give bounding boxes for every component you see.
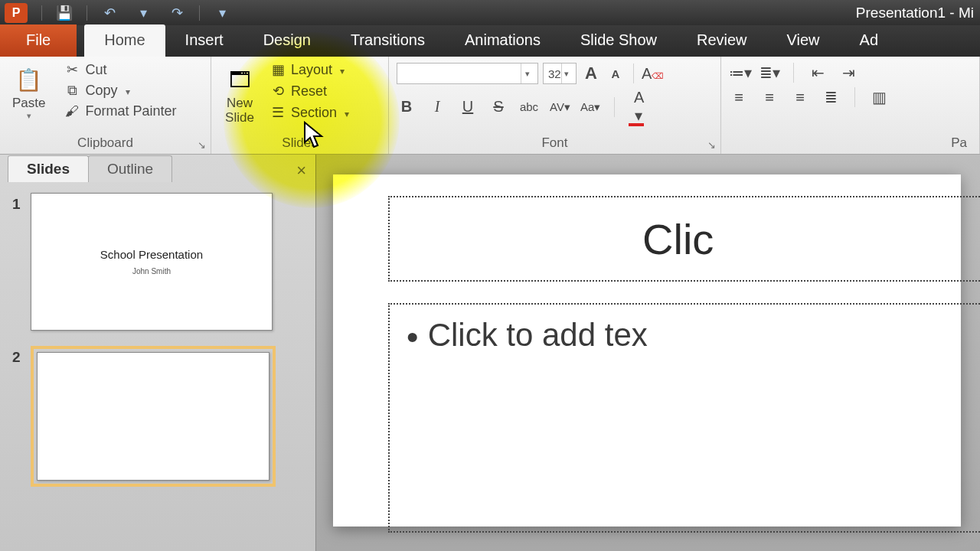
shrink-font-icon[interactable]: A <box>606 67 626 80</box>
group-clipboard: 📋 Paste ▾ ✂ Cut ⧉ Copy <box>0 57 211 154</box>
numbering-button[interactable]: ≣▾ <box>760 64 779 82</box>
undo-icon[interactable]: ↶ <box>98 5 121 21</box>
format-painter-label: Format Painter <box>85 103 176 119</box>
content-placeholder[interactable]: Click to add tex <box>388 303 980 533</box>
thumb-title: School Presentation <box>100 248 203 261</box>
thumbnail-list: 1 School Presentation John Smith 2 <box>0 182 315 510</box>
tab-view[interactable]: View <box>767 24 840 57</box>
separator <box>614 97 615 117</box>
tab-home[interactable]: Home <box>84 24 165 57</box>
thumb-number: 2 <box>12 346 31 366</box>
separator <box>793 63 794 83</box>
increase-indent-button[interactable]: ⇥ <box>838 64 858 82</box>
char-spacing-button[interactable]: AV▾ <box>550 100 570 114</box>
tab-design[interactable]: Design <box>243 24 331 57</box>
new-slide-icon: 🗔 <box>224 63 256 96</box>
slide-canvas[interactable]: Clic Click to add tex <box>316 155 980 551</box>
app-orb-icon[interactable]: P <box>5 3 28 23</box>
redo-icon[interactable]: ↷ <box>165 5 188 21</box>
chevron-down-icon[interactable]: ▾ <box>521 64 533 83</box>
panel-tab-slides[interactable]: Slides <box>8 155 89 182</box>
tab-review[interactable]: Review <box>677 24 767 57</box>
clipboard-launcher-icon[interactable]: ↘ <box>198 139 206 151</box>
font-launcher-icon[interactable]: ↘ <box>707 139 716 151</box>
decrease-indent-button[interactable]: ⇤ <box>808 64 828 82</box>
font-family-combo[interactable]: ▾ <box>397 63 538 84</box>
align-left-button[interactable]: ≡ <box>729 89 749 106</box>
body-placeholder-text: Click to add tex <box>407 317 648 353</box>
layout-button[interactable]: ▦ Layout <box>266 60 352 80</box>
panel-tab-outline[interactable]: Outline <box>88 155 172 182</box>
font-size-combo[interactable]: 32 ▾ <box>543 63 577 84</box>
qat-customize-icon[interactable]: ▾ <box>211 5 234 21</box>
grow-font-icon[interactable]: A <box>581 64 601 83</box>
new-slide-button[interactable]: 🗔 New Slide <box>219 60 260 128</box>
ribbon: 📋 Paste ▾ ✂ Cut ⧉ Copy <box>0 57 980 155</box>
qat-separator <box>41 5 42 21</box>
tab-addins[interactable]: Ad <box>840 24 898 57</box>
copy-dropdown-icon[interactable] <box>122 83 130 99</box>
reset-button[interactable]: ⟲ Reset <box>266 81 352 101</box>
thumbnail-2[interactable]: 2 <box>12 346 308 487</box>
ribbon-tabs: File Home Insert Design Transitions Anim… <box>0 25 980 57</box>
section-label: Section <box>291 105 337 121</box>
current-slide[interactable]: Clic Click to add tex <box>333 174 961 527</box>
reset-icon: ⟲ <box>270 83 286 99</box>
thumbnail-1[interactable]: 1 School Presentation John Smith <box>12 193 308 331</box>
clear-format-icon[interactable]: A⌫ <box>642 65 662 83</box>
bold-button[interactable]: B <box>397 98 416 116</box>
align-center-button[interactable]: ≡ <box>760 89 779 106</box>
copy-button[interactable]: ⧉ Copy <box>60 81 179 100</box>
new-slide-label: New Slide <box>225 96 254 125</box>
text-shadow-button[interactable]: abc <box>519 100 539 113</box>
paste-label: Paste <box>12 96 45 111</box>
change-case-button[interactable]: Aa▾ <box>580 100 600 114</box>
group-paragraph: ≔▾ ≣▾ ⇤ ⇥ ≡ ≡ ≡ ≣ ▥ Pa <box>721 57 980 154</box>
cut-button[interactable]: ✂ Cut <box>60 60 179 80</box>
group-font: ▾ 32 ▾ A A A⌫ B I U <box>389 57 721 154</box>
paste-button[interactable]: 📋 Paste ▾ <box>8 60 50 124</box>
tab-transitions[interactable]: Transitions <box>331 24 445 57</box>
section-icon: ☰ <box>270 104 286 121</box>
quick-access-toolbar: 💾 ↶ ▾ ↷ ▾ <box>41 5 234 21</box>
powerpoint-window: P 💾 ↶ ▾ ↷ ▾ Presentation1 - Mi File Home… <box>0 0 980 551</box>
font-size-value: 32 <box>548 67 561 80</box>
clipboard-icon: 📋 <box>13 63 45 96</box>
qat-separator <box>87 5 87 21</box>
group-label-font: Font ↘ <box>397 135 713 152</box>
scissors-icon: ✂ <box>64 61 80 78</box>
cut-label: Cut <box>85 62 106 78</box>
layout-dropdown-icon[interactable] <box>337 62 345 78</box>
group-label-clipboard: Clipboard ↘ <box>8 135 203 152</box>
tab-insert[interactable]: Insert <box>165 24 243 57</box>
strike-button[interactable]: S <box>488 98 508 116</box>
title-bar: P 💾 ↶ ▾ ↷ ▾ Presentation1 - Mi <box>0 0 980 25</box>
justify-button[interactable]: ≣ <box>821 88 841 106</box>
font-color-button[interactable]: A ▾ <box>629 89 648 125</box>
tab-animations[interactable]: Animations <box>445 24 560 57</box>
thumb-number: 1 <box>12 193 31 213</box>
italic-button[interactable]: I <box>427 98 447 116</box>
save-icon[interactable]: 💾 <box>53 5 76 21</box>
tab-slideshow[interactable]: Slide Show <box>560 24 677 57</box>
align-right-button[interactable]: ≡ <box>790 89 810 106</box>
bullets-button[interactable]: ≔▾ <box>729 64 749 82</box>
panel-tabs: Slides Outline × <box>0 155 315 182</box>
layout-icon: ▦ <box>270 61 286 78</box>
close-panel-icon[interactable]: × <box>296 161 306 181</box>
undo-dropdown-icon[interactable]: ▾ <box>132 5 155 21</box>
format-painter-button[interactable]: 🖌 Format Painter <box>60 102 179 121</box>
section-dropdown-icon[interactable] <box>341 105 349 121</box>
section-button[interactable]: ☰ Section <box>266 103 352 122</box>
chevron-down-icon[interactable]: ▾ <box>561 64 571 83</box>
reset-label: Reset <box>291 83 327 99</box>
tab-file[interactable]: File <box>0 24 77 57</box>
underline-button[interactable]: U <box>458 98 478 116</box>
layout-label: Layout <box>291 62 332 78</box>
group-label-slides: Slides <box>219 135 381 152</box>
separator <box>633 64 634 83</box>
title-placeholder[interactable]: Clic <box>388 196 980 282</box>
thumb-subtitle: John Smith <box>132 267 171 276</box>
copy-label: Copy <box>85 83 117 99</box>
columns-button[interactable]: ▥ <box>869 88 889 106</box>
